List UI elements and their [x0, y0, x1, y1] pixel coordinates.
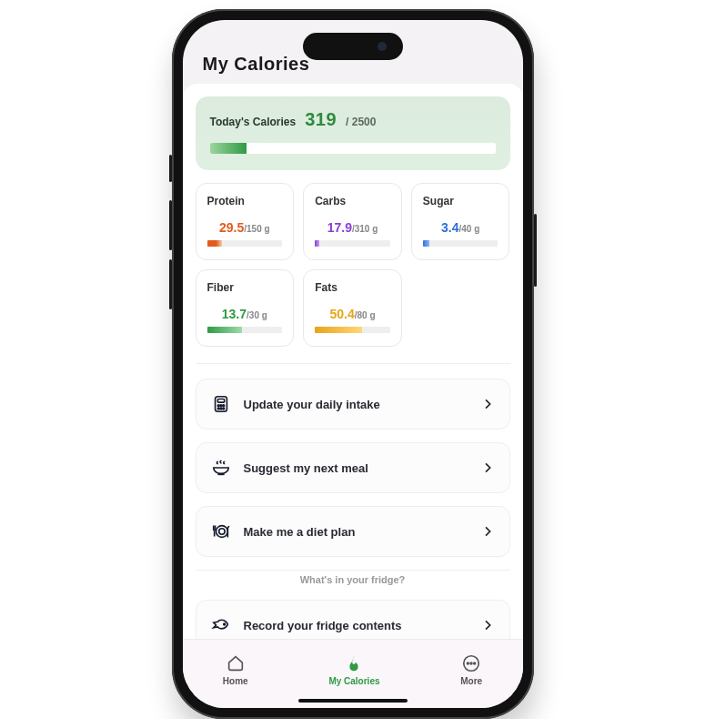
nutrient-progress [207, 240, 283, 247]
nutrient-card-fats[interactable]: Fats50.4/80 g [303, 269, 402, 347]
fridge-question: What's in your fridge? [196, 574, 510, 585]
action-calculator[interactable]: Update your daily intake [196, 379, 510, 430]
svg-point-14 [474, 662, 476, 664]
nutrient-progress [423, 240, 499, 247]
nutrient-max: /30 g [247, 310, 267, 320]
page-title: My Calories [203, 54, 310, 75]
nav-calories[interactable]: My Calories [328, 653, 379, 686]
nav-more[interactable]: More [460, 653, 482, 686]
home-indicator [298, 699, 408, 703]
flame-icon [344, 653, 364, 673]
action-label: Record your fridge contents [244, 619, 468, 632]
plate-icon [211, 521, 231, 541]
chevron-right-icon [480, 618, 495, 632]
nutrient-value: 3.4 [441, 220, 458, 235]
action-label: Update your daily intake [244, 398, 468, 411]
nutrient-value: 29.5 [219, 220, 244, 235]
svg-point-2 [217, 405, 219, 407]
svg-point-10 [223, 623, 225, 625]
bottom-nav: Home My Calories More [183, 639, 523, 708]
nutrient-name: Sugar [423, 195, 499, 207]
calories-progress [210, 143, 496, 154]
action-fish[interactable]: Record your fridge contents [196, 600, 510, 639]
svg-point-13 [470, 662, 472, 664]
bowl-icon [211, 458, 231, 478]
home-icon [226, 653, 246, 673]
svg-point-9 [218, 529, 224, 534]
nutrient-max: /40 g [458, 224, 479, 234]
nutrient-value: 13.7 [222, 307, 247, 321]
nutrient-card-sugar[interactable]: Sugar3.4/40 g [411, 183, 510, 260]
nutrient-value: 50.4 [329, 307, 354, 321]
nutrient-progress [315, 240, 390, 247]
screen: My Calories Today's Calories 319 / 2500 … [183, 20, 523, 708]
svg-point-12 [468, 662, 469, 664]
nav-calories-label: My Calories [328, 676, 379, 686]
nutrient-name: Fiber [207, 281, 283, 294]
divider [196, 363, 510, 364]
chevron-right-icon [480, 397, 495, 411]
calories-value: 319 [305, 109, 337, 130]
fridge-action-list: Record your fridge contents [196, 600, 510, 639]
nutrient-value: 17.9 [327, 220, 352, 235]
nutrient-name: Protein [207, 195, 283, 207]
nutrient-name: Fats [315, 281, 390, 294]
nutrient-max: /150 g [244, 224, 269, 234]
chevron-right-icon [480, 524, 495, 539]
svg-point-3 [220, 405, 222, 407]
calories-max: / 2500 [346, 116, 376, 128]
divider [196, 570, 510, 571]
notch [303, 33, 403, 60]
svg-point-8 [216, 526, 227, 538]
svg-rect-1 [217, 399, 224, 403]
nav-home[interactable]: Home [223, 653, 248, 686]
chevron-right-icon [480, 460, 495, 475]
svg-point-7 [222, 408, 224, 410]
calories-card: Today's Calories 319 / 2500 [196, 96, 510, 170]
action-label: Make me a diet plan [244, 525, 468, 539]
svg-point-6 [220, 408, 222, 410]
svg-point-5 [217, 408, 219, 410]
nutrient-name: Carbs [315, 195, 390, 207]
device-frame: My Calories Today's Calories 319 / 2500 … [172, 9, 534, 719]
nutrient-card-fiber[interactable]: Fiber13.7/30 g [196, 269, 295, 347]
nutrient-max: /310 g [352, 224, 378, 234]
nutrient-grid: Protein29.5/150 gCarbs17.9/310 gSugar3.4… [196, 183, 510, 347]
nav-more-label: More [460, 676, 482, 686]
action-bowl[interactable]: Suggest my next meal [196, 442, 510, 493]
nutrient-card-carbs[interactable]: Carbs17.9/310 g [303, 183, 402, 260]
main-content[interactable]: Today's Calories 319 / 2500 Protein29.5/… [183, 84, 523, 639]
calories-label: Today's Calories [210, 116, 297, 128]
action-label: Suggest my next meal [244, 461, 468, 475]
nutrient-card-protein[interactable]: Protein29.5/150 g [196, 183, 295, 260]
calories-progress-fill [210, 143, 247, 154]
action-plate[interactable]: Make me a diet plan [196, 506, 510, 557]
nutrient-max: /80 g [355, 310, 376, 320]
more-icon [461, 653, 481, 673]
calculator-icon [211, 394, 231, 414]
nutrient-progress [207, 327, 283, 333]
nav-home-label: Home [223, 676, 248, 686]
nutrient-progress [315, 327, 390, 333]
fish-icon [211, 615, 231, 635]
svg-point-4 [222, 405, 224, 407]
actions-list: Update your daily intakeSuggest my next … [196, 379, 510, 557]
